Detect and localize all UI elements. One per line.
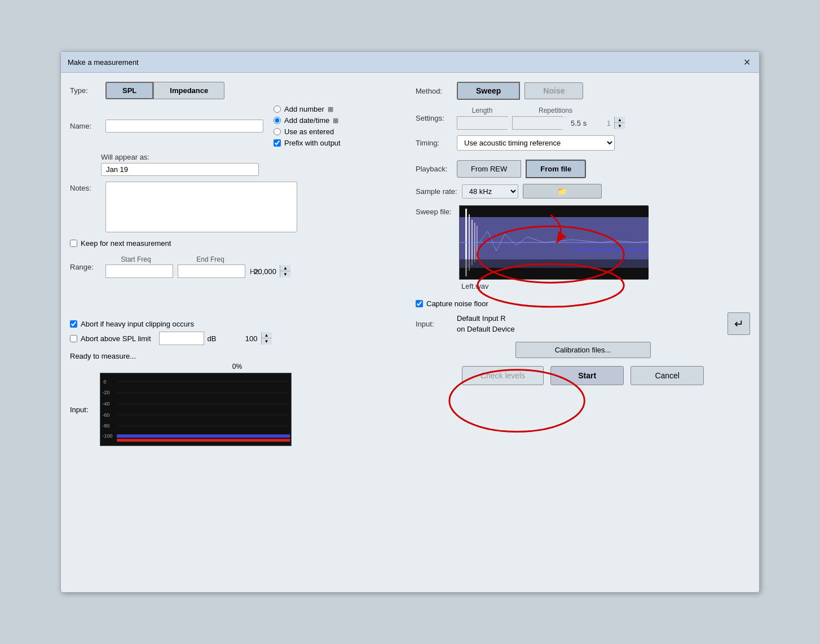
capture-noise-floor-checkbox[interactable] xyxy=(416,300,423,307)
dialog-body: Type: SPL Impedance Name: Add number ▦ xyxy=(61,73,759,460)
type-buttons: SPL Impedance xyxy=(105,82,224,99)
type-label: Type: xyxy=(70,86,101,95)
method-sweep-button[interactable]: Sweep xyxy=(457,82,520,100)
end-freq-input[interactable] xyxy=(178,266,280,277)
type-impedance-button[interactable]: Impedance xyxy=(153,82,224,99)
add-number-row: Add number ▦ xyxy=(274,105,341,113)
sweep-canvas xyxy=(460,206,649,279)
name-input[interactable] xyxy=(105,120,263,133)
appears-as-section: Will appear as: Jan 19 xyxy=(101,153,404,176)
method-noise-button[interactable]: Noise xyxy=(524,82,583,99)
use-as-entered-label: Use as entered xyxy=(284,127,334,136)
repetitions-input[interactable] xyxy=(513,117,614,129)
range-label: Range: xyxy=(70,263,101,271)
end-freq-down[interactable]: ▼ xyxy=(280,271,290,277)
spl-limit-spinner[interactable]: ▲ ▼ xyxy=(159,332,204,345)
abort-section: Abort if heavy input clipping occurs Abo… xyxy=(70,320,404,345)
end-freq-header: End Freq xyxy=(182,255,239,263)
appears-as-label: Will appear as: xyxy=(101,153,404,161)
load-file-button[interactable]: 📁 xyxy=(523,184,602,199)
start-button[interactable]: Start xyxy=(550,366,624,385)
rep-up[interactable]: ▲ xyxy=(615,117,625,123)
close-button[interactable]: ✕ xyxy=(741,56,752,68)
rep-down[interactable]: ▼ xyxy=(615,123,625,129)
noise-floor-row: Capture noise floor xyxy=(416,299,750,308)
calibration-row: Calibration files... xyxy=(416,342,750,358)
device-info: Default Input R on Default Device xyxy=(457,313,515,335)
start-freq-header: Start Freq xyxy=(108,255,164,263)
sweep-file-section: Sweep file: xyxy=(416,205,750,293)
name-row: Name: Add number ▦ Add date/time ▦ xyxy=(70,105,404,147)
name-label: Name: xyxy=(70,122,101,130)
folder-icon: 📁 xyxy=(557,187,567,196)
svg-text:-80: -80 xyxy=(103,423,110,429)
abort-spl-checkbox[interactable] xyxy=(70,335,77,342)
type-row: Type: SPL Impedance xyxy=(70,82,404,99)
spl-arrows: ▲ ▼ xyxy=(261,332,272,345)
abort-clipping-row: Abort if heavy input clipping occurs xyxy=(70,320,404,328)
type-spl-button[interactable]: SPL xyxy=(105,82,153,99)
timing-row: Timing: Use acoustic timing reference xyxy=(416,135,750,151)
prefix-output-label: Prefix with output xyxy=(284,139,341,147)
add-datetime-radio[interactable] xyxy=(274,117,281,124)
hz-label: Hz xyxy=(250,267,259,276)
prefix-output-checkbox[interactable] xyxy=(274,139,281,147)
method-label: Method: xyxy=(416,87,452,95)
end-freq-arrows: ▲ ▼ xyxy=(280,265,290,277)
progress-label: 0% xyxy=(232,363,242,370)
use-as-entered-radio[interactable] xyxy=(274,128,281,135)
capture-noise-floor-label: Capture noise floor xyxy=(426,299,488,308)
svg-rect-14 xyxy=(117,439,290,442)
spl-down[interactable]: ▼ xyxy=(262,338,272,345)
repetitions-spinner[interactable]: ▲ ▼ xyxy=(512,116,563,130)
timing-select[interactable]: Use acoustic timing reference xyxy=(457,135,615,151)
end-freq-spinner[interactable]: ▲ ▼ xyxy=(178,264,245,278)
add-datetime-label: Add date/time xyxy=(284,116,329,125)
from-rew-button[interactable]: From REW xyxy=(457,160,521,178)
ready-section: Ready to measure... 0% Input: 0 xyxy=(70,352,404,446)
notes-section: Notes: xyxy=(70,182,404,232)
duration-label: 5.5 s xyxy=(571,119,587,127)
abort-spl-label: Abort above SPL limit xyxy=(81,334,151,343)
spl-up[interactable]: ▲ xyxy=(262,332,272,338)
device-settings-button[interactable]: ↵ xyxy=(728,312,750,335)
add-datetime-row: Add date/time ▦ xyxy=(274,116,341,125)
svg-rect-13 xyxy=(117,434,290,438)
appears-as-value: Jan 19 xyxy=(101,163,259,176)
settings-row: Settings: Length Repetitions ▲ ▼ xyxy=(416,107,750,130)
start-freq-spinner[interactable]: ▲ ▼ xyxy=(105,264,173,278)
calibration-button[interactable]: Calibration files... xyxy=(515,342,651,358)
prefix-output-row: Prefix with output xyxy=(274,139,341,147)
notes-label: Notes: xyxy=(70,182,101,232)
use-as-entered-row: Use as entered xyxy=(274,127,341,136)
radio-group: Add number ▦ Add date/time ▦ Use as ente… xyxy=(274,105,341,147)
make-measurement-dialog: Make a measurement ✕ Type: SPL Impedance… xyxy=(60,51,760,593)
repetitions-arrows: ▲ ▼ xyxy=(614,117,625,129)
cancel-button[interactable]: Cancel xyxy=(631,366,704,385)
keep-checkbox[interactable] xyxy=(70,240,77,247)
calendar2-icon: ▦ xyxy=(333,117,338,124)
abort-clipping-checkbox[interactable] xyxy=(70,320,77,328)
length-spinner[interactable]: ▲ ▼ xyxy=(457,116,508,130)
title-bar: Make a measurement ✕ xyxy=(61,52,759,73)
keep-label: Keep for next measurement xyxy=(81,239,171,248)
check-levels-button[interactable]: Check levels xyxy=(462,366,544,385)
input-meter-wrap: Input: 0 -20 -40 xyxy=(70,373,404,446)
svg-text:-60: -60 xyxy=(103,412,110,418)
sweep-filename: Left.wav xyxy=(459,280,648,293)
add-number-label: Add number xyxy=(284,105,324,113)
from-file-button[interactable]: From file xyxy=(526,160,586,178)
bottom-buttons: Check levels Start Cancel xyxy=(416,366,750,394)
svg-text:0: 0 xyxy=(104,379,107,385)
dialog-title: Make a measurement xyxy=(68,58,139,67)
end-freq-up[interactable]: ▲ xyxy=(280,265,290,271)
db-label: dB xyxy=(208,334,217,343)
input-device-label: Input: xyxy=(416,320,452,328)
sample-rate-select[interactable]: 48 kHz xyxy=(462,184,518,199)
sweep-file-content: Left.wav xyxy=(459,205,648,293)
svg-text:-20: -20 xyxy=(103,390,110,395)
notes-input[interactable] xyxy=(105,182,297,232)
sample-rate-label: Sample rate: xyxy=(416,187,457,196)
method-row: Method: Sweep Noise xyxy=(416,82,750,100)
add-number-radio[interactable] xyxy=(274,105,281,113)
